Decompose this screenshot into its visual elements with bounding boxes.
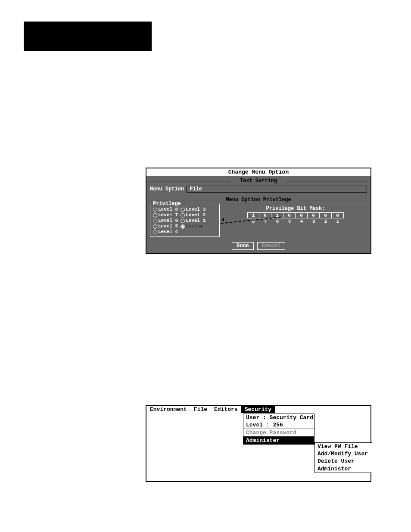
dropdown-level: Level : 256 [243,421,314,429]
menubar: Environment File Editors Security [146,406,371,413]
header-blackbar [24,22,152,51]
administer-submenu: View PW File Add/Modify User Delete User… [314,442,372,473]
radio-custom[interactable]: Custom [181,224,206,229]
security-dropdown: User : Security Card Level : 256 Change … [243,414,314,445]
dropdown-user: User : Security Card [243,414,314,421]
menu-option-input[interactable]: File [187,186,367,193]
radio-level-8[interactable]: Level 8 [153,207,178,212]
privilege-groupbox: Privilege Level 8 Level 7 Level 6 Level … [150,204,220,237]
radio-level-2[interactable]: Level 2 [181,212,206,218]
arrow-annotation [221,217,281,217]
change-menu-option-dialog: Change Menu Option Text Setting Menu Opt… [146,168,371,254]
menubar-screenshot: Environment File Editors Security User :… [146,405,371,482]
cancel-button[interactable]: Cancel [257,242,285,250]
section-text-setting: Text Setting [149,178,368,184]
bitmask-indices: 8 7 6 5 4 3 2 1 [224,219,367,224]
privilege-groupbox-title: Privilege [152,201,182,207]
bitmask-bit-1[interactable]: 0 [332,212,344,218]
radio-level-3[interactable]: Level 3 [181,207,206,212]
bitmask-bit-3[interactable]: 0 [308,212,320,218]
submenu-delete-user[interactable]: Delete User [315,457,372,465]
menu-editors[interactable]: Editors [211,406,241,413]
radio-level-1[interactable]: Level 1 [181,218,206,224]
dropdown-administer[interactable]: Administer [243,437,314,444]
bitmask-bit-8[interactable]: 1 [247,212,259,218]
menu-file[interactable]: File [190,406,211,413]
submenu-view-pw-file[interactable]: View PW File [315,443,372,450]
radio-level-6[interactable]: Level 6 [153,218,178,224]
submenu-add-modify-user[interactable]: Add/Modify User [315,450,372,457]
radio-level-7[interactable]: Level 7 [153,212,178,218]
menu-environment[interactable]: Environment [146,406,190,413]
bitmask-values[interactable]: 1 0 1 0 0 0 0 0 [224,212,367,218]
submenu-administer[interactable]: Administer [315,465,372,473]
section-priv: Menu Option Privilege [149,197,368,203]
dialog-title: Change Menu Option [146,168,371,176]
done-button[interactable]: Done [232,242,254,250]
radio-level-4[interactable]: Level 4 [153,229,178,235]
bitmask-bit-5[interactable]: 0 [283,212,296,218]
radio-level-5[interactable]: Level 5 [153,224,178,229]
dropdown-change-password[interactable]: Change Password [243,429,314,436]
menu-option-label: Menu Option [150,186,184,192]
menu-security[interactable]: Security [241,406,275,413]
bitmask-bit-4[interactable]: 0 [296,212,308,218]
bitmask-bit-2[interactable]: 0 [320,212,332,218]
bitmask-title: Privilege Bit Mask: [224,205,367,212]
